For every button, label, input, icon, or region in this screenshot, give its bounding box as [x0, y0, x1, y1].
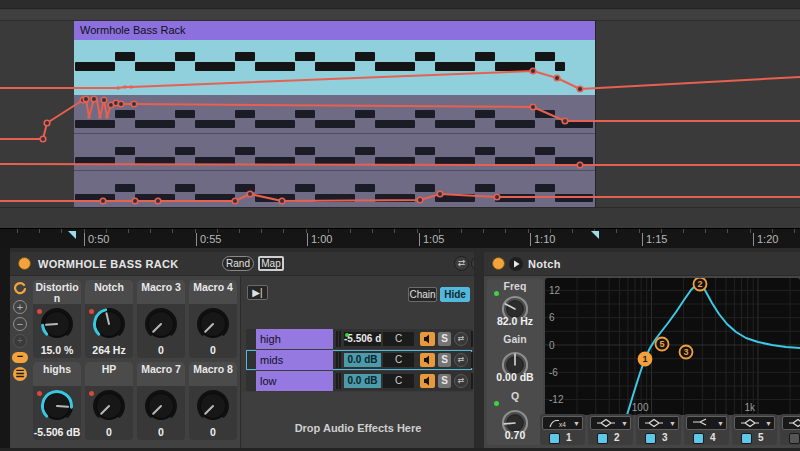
chain-activator-button[interactable]	[420, 374, 435, 388]
midi-note	[135, 62, 175, 71]
collapsed-track-lane-top[interactable]	[0, 0, 800, 9]
chain-volume-value[interactable]: 0.0 dB	[344, 374, 381, 388]
chain-row[interactable]: mids0.0 dBCS⇄	[246, 350, 472, 370]
filter-type-dropdown[interactable]: x4▼	[542, 416, 583, 430]
band-enable-checkbox[interactable]	[693, 433, 704, 444]
clip-name: Wormhole Bass Rack	[80, 24, 186, 36]
midi-note	[255, 62, 295, 71]
chain-volume-value[interactable]: -5.506 d	[344, 332, 381, 346]
midi-note	[315, 194, 355, 202]
midi-note	[295, 147, 315, 155]
macro-8[interactable]: Macro 80	[189, 362, 237, 440]
drop-audio-effects-area[interactable]: Drop Audio Effects Here	[242, 392, 474, 448]
band-number: 2	[614, 432, 620, 443]
filter-band-1: x4▼1	[540, 414, 585, 445]
midi-note	[315, 120, 355, 128]
show-macros-icon[interactable]: −	[12, 352, 28, 363]
macro-label: HP	[85, 362, 133, 386]
macro-knob-icon[interactable]	[195, 388, 231, 424]
map-button[interactable]: Map	[258, 256, 284, 271]
capture-variation-icon[interactable]: +	[13, 334, 27, 348]
macro-value: 0	[137, 344, 185, 356]
collapsed-track-lane[interactable]	[0, 10, 800, 21]
speaker-icon	[424, 356, 429, 365]
filter-band-6: ▼6	[780, 414, 800, 445]
chain-activator-button[interactable]	[420, 353, 435, 367]
solo-button[interactable]: S	[438, 353, 451, 367]
midi-note	[75, 120, 115, 128]
band-enable-checkbox[interactable]	[549, 433, 560, 444]
chain-volume-value[interactable]: 0.0 dB	[344, 353, 381, 367]
filter-type-dropdown[interactable]: ▼	[590, 416, 631, 430]
macro-knob-icon[interactable]	[39, 306, 75, 342]
macro-knob-icon[interactable]	[91, 388, 127, 424]
macro-4[interactable]: Macro 40	[189, 280, 237, 358]
clip-end-edge[interactable]	[595, 21, 596, 207]
midi-note	[255, 157, 295, 165]
midi-note	[475, 147, 495, 155]
band-enable-checkbox[interactable]	[741, 433, 752, 444]
chain-hot-swap-icon[interactable]: ⇄	[454, 332, 468, 346]
save-preset-icon[interactable]	[471, 256, 474, 271]
device-view-left-strip	[0, 248, 10, 451]
midi-note	[115, 147, 135, 155]
solo-button[interactable]: S	[438, 332, 451, 346]
midi-note	[435, 62, 475, 71]
band-enable-checkbox[interactable]	[597, 433, 608, 444]
chain-name[interactable]: low	[256, 371, 333, 391]
macro-5[interactable]: highs-5.506 dB	[33, 362, 81, 440]
filter-type-dropdown[interactable]: ▼	[782, 416, 800, 430]
chain-meter-icon	[339, 352, 341, 368]
macro-6[interactable]: HP0	[85, 362, 133, 440]
speaker-icon	[424, 335, 429, 344]
chain-name[interactable]: mids	[256, 350, 333, 370]
show-chain-list-icon[interactable]: ☰	[13, 367, 27, 381]
filter-shape-icon	[785, 418, 800, 428]
macro-knob-icon[interactable]	[91, 306, 127, 342]
filter-type-dropdown[interactable]: ▼	[734, 416, 775, 430]
hot-swap-icon[interactable]: ⇄	[454, 256, 469, 271]
chain-name[interactable]: high	[256, 329, 333, 349]
macro-variations-icon[interactable]	[13, 282, 27, 296]
add-variation-icon[interactable]: +	[13, 300, 27, 314]
rack-device: WORMHOLE BASS RACK Rand Map ⇄ + − + − ☰ …	[10, 252, 474, 448]
chain-hot-swap-icon[interactable]: ⇄	[454, 374, 468, 388]
chain-row[interactable]: high-5.506 dCS⇄	[246, 329, 472, 349]
chain-pan-value[interactable]: C	[383, 374, 414, 388]
rand-button[interactable]: Rand	[222, 256, 254, 271]
chain-pan-value[interactable]: C	[383, 332, 414, 346]
filter-type-dropdown[interactable]: ▼	[686, 416, 727, 430]
chain-pan-value[interactable]: C	[383, 353, 414, 367]
macro-1[interactable]: Distortion15.0 %	[33, 280, 81, 358]
midi-note	[135, 194, 175, 202]
macro-2[interactable]: Notch264 Hz	[85, 280, 133, 358]
filter-type-dropdown[interactable]: ▼	[638, 416, 679, 430]
midi-note	[355, 184, 375, 192]
midi-note	[555, 157, 593, 165]
macro-knob-icon[interactable]	[143, 306, 179, 342]
clip-title-bar[interactable]: Wormhole Bass Rack	[74, 21, 595, 40]
macro-3[interactable]: Macro 30	[137, 280, 185, 358]
time-label: 0:50	[84, 233, 109, 246]
band-enable-checkbox[interactable]	[645, 433, 656, 444]
chain-meter-icon	[336, 352, 338, 368]
macro-knob-icon[interactable]	[143, 388, 179, 424]
chain-list-zone: ▶| Chain Hide high-5.506 dCS⇄mids0.0 dBC…	[240, 276, 474, 448]
midi-note	[435, 194, 475, 202]
device-activator-icon[interactable]	[18, 257, 31, 270]
macro-knob-icon[interactable]	[39, 388, 75, 424]
rack-title-bar[interactable]: WORMHOLE BASS RACK Rand Map ⇄	[10, 252, 474, 276]
midi-note	[415, 184, 435, 192]
time-ruler[interactable]: 0:500:551:001:051:101:151:20	[0, 228, 800, 248]
chain-hot-swap-icon[interactable]: ⇄	[454, 353, 468, 367]
band-enable-checkbox[interactable]	[789, 433, 800, 444]
macro-knob-icon[interactable]	[195, 306, 231, 342]
arrangement-empty-lane[interactable]	[0, 207, 800, 228]
clip-automation-lanes[interactable]	[74, 95, 595, 207]
remove-variation-icon[interactable]: −	[13, 317, 27, 331]
chain-row[interactable]: low0.0 dBCS⇄	[246, 371, 472, 391]
chain-activator-button[interactable]	[420, 332, 435, 346]
solo-button[interactable]: S	[438, 374, 451, 388]
chain-meter-icon	[471, 331, 473, 347]
macro-7[interactable]: Macro 70	[137, 362, 185, 440]
